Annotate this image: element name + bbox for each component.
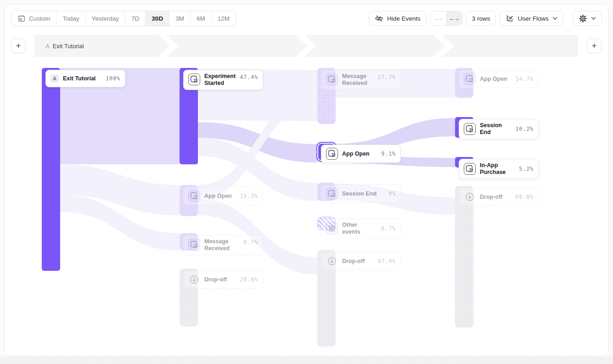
date-range-7d[interactable]: 7D bbox=[125, 11, 145, 26]
node-percentage: 6.7% bbox=[381, 225, 396, 232]
flow-node-card[interactable]: Drop-off28.6% bbox=[183, 270, 263, 289]
flow-step-band[interactable]: A Exit Tutorial bbox=[34, 35, 578, 57]
node-label: Session End bbox=[480, 122, 511, 136]
flow-node-card[interactable]: Session End10.2% bbox=[459, 119, 539, 139]
node-label: App Open bbox=[342, 151, 377, 157]
flow-width-toggle: →← ←→ bbox=[430, 11, 462, 26]
node-label: App Open bbox=[204, 193, 236, 200]
event-icon bbox=[326, 73, 338, 85]
node-percentage: 69.8% bbox=[515, 194, 534, 200]
date-range-label: 7D bbox=[131, 15, 139, 22]
gear-icon bbox=[579, 14, 587, 23]
collapse-arrows-icon: →← bbox=[433, 15, 444, 22]
flow-node-card[interactable]: Message Received27.7% bbox=[321, 70, 401, 90]
other-events-icon bbox=[326, 223, 338, 235]
date-range-label: Yesterday bbox=[92, 15, 119, 22]
date-range-12m[interactable]: 12M bbox=[211, 11, 236, 26]
flow-node-card[interactable]: App Open14.7% bbox=[459, 70, 539, 88]
node-percentage: 9% bbox=[388, 190, 396, 197]
step-letter-badge: A bbox=[51, 74, 59, 83]
node-label: Message Received bbox=[204, 238, 239, 252]
add-step-right-button[interactable]: + bbox=[587, 39, 602, 53]
date-range-label: 30D bbox=[152, 15, 163, 22]
expand-columns-button[interactable]: ←→ bbox=[446, 11, 462, 25]
eye-off-icon bbox=[375, 14, 383, 23]
date-range-label: 12M bbox=[218, 15, 230, 22]
user-flows-chart-icon bbox=[506, 14, 514, 22]
flow-node-bar[interactable] bbox=[455, 186, 473, 328]
event-icon bbox=[326, 148, 338, 160]
expand-arrows-icon: ←→ bbox=[449, 15, 459, 22]
node-percentage: 47.4% bbox=[240, 74, 258, 80]
node-percentage: 47.4% bbox=[377, 258, 396, 264]
node-label: Other events bbox=[342, 222, 377, 235]
node-label: In-App Purchase bbox=[480, 162, 515, 176]
hide-events-button[interactable]: Hide Events bbox=[369, 11, 427, 26]
view-selector-dropdown[interactable]: User Flows bbox=[500, 11, 563, 26]
flow-node-bar[interactable] bbox=[42, 68, 60, 271]
flow-node-card[interactable]: Drop-off47.4% bbox=[321, 252, 401, 270]
flow-node-card[interactable]: Session End9% bbox=[321, 185, 401, 203]
page-footer-strip bbox=[0, 357, 613, 364]
node-percentage: 100% bbox=[106, 75, 120, 82]
flow-node-card[interactable]: Other events6.7% bbox=[321, 218, 401, 239]
event-icon bbox=[464, 73, 476, 85]
flow-node-card[interactable]: Message Received8.7% bbox=[183, 235, 263, 255]
step-title-label: Exit Tutorial bbox=[53, 43, 84, 50]
node-label: Session End bbox=[342, 190, 384, 197]
date-range-3m[interactable]: 3M bbox=[169, 11, 190, 26]
drop-off-icon bbox=[326, 255, 338, 267]
calendar-icon bbox=[17, 14, 26, 22]
flow-node-card[interactable]: Experiment Started47.4% bbox=[183, 70, 263, 90]
event-icon bbox=[188, 239, 200, 251]
flow-node-card[interactable]: AExit Tutorial100% bbox=[45, 70, 125, 87]
event-icon bbox=[188, 190, 200, 202]
node-percentage: 9.1% bbox=[381, 151, 396, 157]
drop-off-icon bbox=[464, 191, 476, 203]
date-range-label: 6M bbox=[197, 15, 205, 22]
add-step-left-button[interactable]: + bbox=[11, 39, 26, 53]
chevron-down-icon bbox=[552, 17, 557, 20]
view-selector-label: User Flows bbox=[517, 15, 549, 22]
node-label: Drop-off bbox=[204, 276, 236, 283]
rows-button[interactable]: 3 rows bbox=[466, 11, 496, 26]
date-range-label: 3M bbox=[175, 15, 184, 22]
step-chevron-separators bbox=[34, 35, 578, 57]
node-percentage: 5.2% bbox=[519, 166, 534, 172]
event-icon bbox=[188, 73, 200, 85]
drop-off-icon bbox=[188, 274, 200, 286]
node-percentage: 15.3% bbox=[240, 193, 258, 199]
step-badge: A bbox=[45, 43, 50, 50]
flow-step-title: A Exit Tutorial bbox=[45, 35, 84, 57]
node-label: Drop-off bbox=[342, 258, 373, 265]
date-range-selector: Custom Today Yesterday 7D 30D 3M 6M 12M bbox=[11, 11, 236, 26]
settings-dropdown[interactable] bbox=[573, 11, 602, 26]
node-label: Experiment Started bbox=[204, 73, 236, 87]
event-icon bbox=[464, 163, 476, 175]
toolbar: Custom Today Yesterday 7D 30D 3M 6M 12M bbox=[11, 11, 602, 26]
date-range-today[interactable]: Today bbox=[56, 11, 85, 26]
date-range-custom[interactable]: Custom bbox=[11, 11, 56, 26]
flow-node-card[interactable]: In-App Purchase5.2% bbox=[459, 159, 539, 179]
date-range-label: Custom bbox=[29, 15, 51, 22]
node-label: App Open bbox=[480, 76, 511, 83]
event-icon bbox=[464, 123, 476, 135]
node-percentage: 14.7% bbox=[515, 76, 534, 82]
node-label: Exit Tutorial bbox=[63, 75, 101, 82]
node-percentage: 28.6% bbox=[240, 276, 258, 283]
date-range-30d[interactable]: 30D bbox=[145, 11, 169, 26]
collapse-columns-button[interactable]: →← bbox=[431, 11, 446, 25]
date-range-6m[interactable]: 6M bbox=[190, 11, 211, 26]
node-percentage: 27.7% bbox=[377, 74, 396, 80]
node-percentage: 8.7% bbox=[243, 239, 258, 246]
user-flows-screen: Custom Today Yesterday 7D 30D 3M 6M 12M bbox=[0, 0, 613, 364]
rows-label: 3 rows bbox=[472, 15, 490, 22]
date-range-label: Today bbox=[63, 15, 79, 22]
date-range-yesterday[interactable]: Yesterday bbox=[85, 11, 125, 26]
node-label: Message Received bbox=[342, 73, 373, 87]
flow-node-card[interactable]: App Open9.1% bbox=[321, 145, 401, 163]
hide-events-label: Hide Events bbox=[387, 15, 421, 22]
flow-node-card[interactable]: Drop-off69.8% bbox=[459, 188, 539, 206]
flow-node-card[interactable]: App Open15.3% bbox=[183, 187, 263, 205]
chevron-down-icon bbox=[591, 17, 596, 20]
